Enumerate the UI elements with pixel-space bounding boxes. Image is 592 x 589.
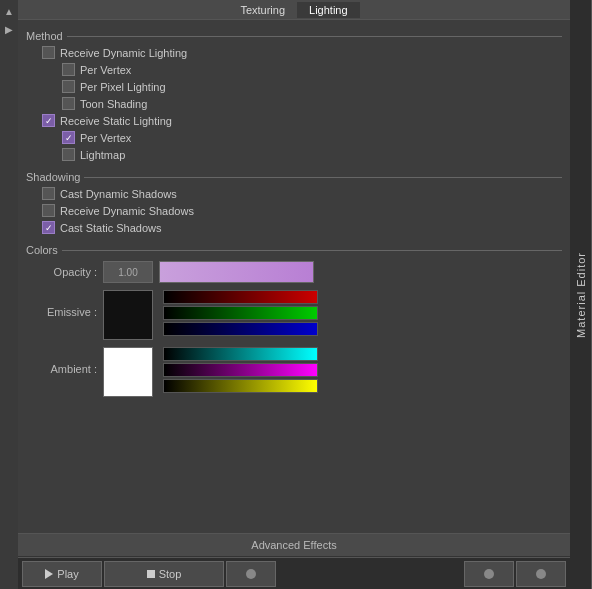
- toon-shading-row: Toon Shading: [26, 95, 562, 112]
- receive-static-lighting-row: Receive Static Lighting: [26, 112, 562, 129]
- receive-dynamic-lighting-checkbox[interactable]: [42, 46, 55, 59]
- emissive-label: Emissive :: [42, 290, 97, 318]
- ambient-bar-cyan[interactable]: [163, 347, 318, 361]
- tab-texturing[interactable]: Texturing: [228, 2, 297, 18]
- shadowing-divider: [84, 177, 562, 178]
- ambient-label: Ambient :: [42, 347, 97, 375]
- arrow-panel: ▲ ▶: [0, 0, 18, 589]
- emissive-bars: [163, 290, 318, 336]
- emissive-bar-red[interactable]: [163, 290, 318, 304]
- opacity-value[interactable]: 1.00: [103, 261, 153, 283]
- colors-divider: [62, 250, 562, 251]
- opacity-label: Opacity :: [42, 266, 97, 278]
- stop-button[interactable]: Stop: [104, 561, 224, 587]
- tab-lighting[interactable]: Lighting: [297, 2, 360, 18]
- per-vertex-dynamic-checkbox[interactable]: [62, 63, 75, 76]
- record-button[interactable]: [226, 561, 276, 587]
- record-icon: [246, 569, 256, 579]
- arrow-down-icon[interactable]: ▶: [2, 22, 16, 36]
- toon-shading-checkbox[interactable]: [62, 97, 75, 110]
- ambient-bars: [163, 347, 318, 393]
- per-vertex-dynamic-row: Per Vertex: [26, 61, 562, 78]
- stop-icon: [147, 570, 155, 578]
- ambient-bar-yellow[interactable]: [163, 379, 318, 393]
- bottom-toolbar: Play Stop: [18, 557, 570, 589]
- emissive-swatch[interactable]: [103, 290, 153, 340]
- ambient-row: Ambient :: [26, 343, 562, 400]
- material-editor-sidebar: Material Editor: [570, 0, 592, 589]
- play-button[interactable]: Play: [22, 561, 102, 587]
- per-pixel-lighting-checkbox[interactable]: [62, 80, 75, 93]
- main-content: Texturing Lighting Method Receive Dynami…: [18, 0, 570, 589]
- receive-static-lighting-checkbox[interactable]: [42, 114, 55, 127]
- content-panel: Method Receive Dynamic Lighting Per Vert…: [18, 20, 570, 533]
- section-divider: [67, 36, 562, 37]
- lightmap-checkbox[interactable]: [62, 148, 75, 161]
- emissive-bar-green[interactable]: [163, 306, 318, 320]
- per-vertex-static-checkbox[interactable]: [62, 131, 75, 144]
- extra-button-2[interactable]: [516, 561, 566, 587]
- method-section-header: Method: [26, 26, 562, 44]
- material-editor-label: Material Editor: [575, 252, 587, 338]
- arrow-up-icon[interactable]: ▲: [2, 4, 16, 18]
- lightmap-row: Lightmap: [26, 146, 562, 163]
- receive-dynamic-shadows-checkbox[interactable]: [42, 204, 55, 217]
- ambient-bar-magenta[interactable]: [163, 363, 318, 377]
- extra-icon-2: [536, 569, 546, 579]
- advanced-effects-bar[interactable]: Advanced Effects: [18, 533, 570, 557]
- shadowing-section-header: Shadowing: [26, 167, 562, 185]
- ambient-swatch[interactable]: [103, 347, 153, 397]
- per-vertex-static-row: Per Vertex: [26, 129, 562, 146]
- extra-icon-1: [484, 569, 494, 579]
- receive-dynamic-lighting-row: Receive Dynamic Lighting: [26, 44, 562, 61]
- opacity-row: Opacity : 1.00: [26, 258, 562, 286]
- tab-bar: Texturing Lighting: [18, 0, 570, 20]
- emissive-bar-blue[interactable]: [163, 322, 318, 336]
- per-pixel-lighting-row: Per Pixel Lighting: [26, 78, 562, 95]
- colors-section-header: Colors: [26, 240, 562, 258]
- cast-static-shadows-row: Cast Static Shadows: [26, 219, 562, 236]
- cast-static-shadows-checkbox[interactable]: [42, 221, 55, 234]
- receive-dynamic-shadows-row: Receive Dynamic Shadows: [26, 202, 562, 219]
- emissive-row: Emissive :: [26, 286, 562, 343]
- play-icon: [45, 569, 53, 579]
- cast-dynamic-shadows-checkbox[interactable]: [42, 187, 55, 200]
- extra-button-1[interactable]: [464, 561, 514, 587]
- opacity-bar[interactable]: [159, 261, 314, 283]
- cast-dynamic-shadows-row: Cast Dynamic Shadows: [26, 185, 562, 202]
